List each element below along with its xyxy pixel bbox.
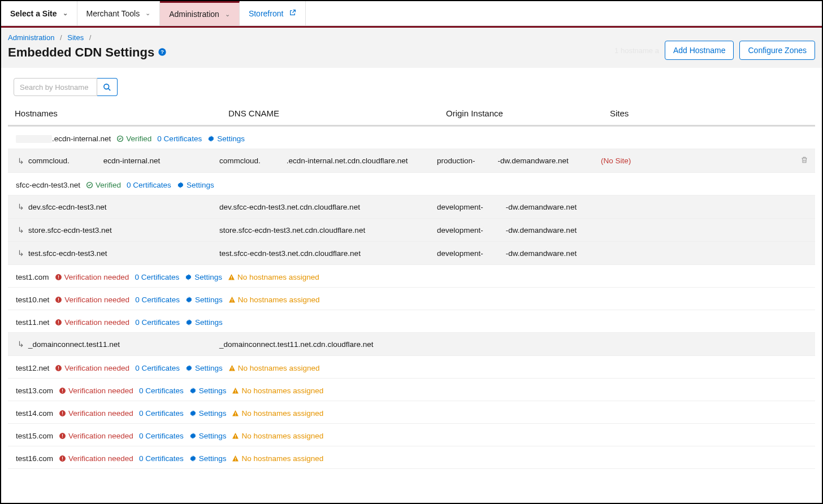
col-cname: DNS CNAME	[228, 108, 446, 118]
svg-rect-36	[62, 412, 63, 414]
settings-link[interactable]: Settings	[189, 454, 227, 463]
indent-arrow-icon: ↳	[16, 340, 26, 349]
zone-domain: test15.com	[16, 432, 53, 440]
add-hostname-button[interactable]: Add Hostname	[665, 41, 734, 60]
svg-rect-51	[235, 458, 236, 459]
site-selector-label: Select a Site	[10, 9, 57, 18]
certificates-link[interactable]: 0 Certificates	[139, 386, 184, 395]
zone-domain: test14.com	[16, 409, 53, 418]
svg-rect-27	[232, 367, 232, 369]
settings-link[interactable]: Settings	[185, 273, 222, 281]
zone-domain: .ecdn-internal.net	[16, 134, 111, 143]
crumb-sites[interactable]: Sites	[67, 33, 84, 42]
hostname-value: _domainconnect.test11.net	[28, 340, 120, 349]
certificates-link[interactable]: 0 Certificates	[127, 181, 171, 189]
breadcrumb: Administration / Sites /	[8, 33, 167, 42]
svg-rect-39	[235, 412, 236, 414]
nav-merchant-tools[interactable]: Merchant Tools ⌄	[77, 1, 161, 25]
hostname-value: dev.sfcc-ecdn-test3.net	[28, 203, 107, 211]
svg-rect-12	[231, 279, 232, 280]
crumb-sep: /	[86, 33, 95, 42]
crumb-administration[interactable]: Administration	[8, 33, 54, 42]
delete-button[interactable]	[800, 157, 808, 166]
certificates-link[interactable]: 0 Certificates	[135, 273, 179, 281]
chevron-down-icon: ⌄	[63, 10, 68, 17]
redacted-text	[475, 158, 498, 166]
indent-arrow-icon: ↳	[16, 202, 26, 211]
help-icon[interactable]: ?	[158, 47, 167, 58]
cname-value: dev.sfcc-ecdn-test3.net.cdn.cloudflare.n…	[219, 203, 360, 211]
zone-header: test11.net Verification needed 0 Certifi…	[8, 310, 815, 333]
settings-link[interactable]: Settings	[185, 318, 223, 327]
svg-rect-48	[62, 457, 63, 459]
warning-no-hostnames: No hostnames assigned	[228, 296, 320, 304]
search-button[interactable]	[97, 78, 118, 96]
redacted-text	[70, 158, 103, 166]
svg-rect-25	[58, 370, 59, 370]
origin-value: development--dw.demandware.net	[437, 203, 577, 211]
certificates-link[interactable]: 0 Certificates	[135, 318, 180, 327]
hostname-value: store.sfcc-ecdn-test3.net	[28, 226, 112, 234]
external-link-icon	[289, 9, 296, 18]
warning-no-hostnames: No hostnames assigned	[232, 409, 323, 418]
zone-domain: test10.net	[16, 296, 49, 304]
cname-value: test.sfcc-ecdn-test3.net.cdn.cloudflare.…	[219, 249, 361, 258]
redacted-text	[483, 203, 506, 211]
zone-domain: test12.net	[16, 364, 49, 372]
svg-rect-28	[232, 370, 232, 371]
configure-zones-button[interactable]: Configure Zones	[739, 41, 815, 60]
page-title-text: Embedded CDN Settings	[8, 45, 154, 60]
redacted-text	[16, 135, 52, 143]
redacted-text	[483, 250, 506, 258]
zone-header: test14.com Verification needed 0 Certifi…	[8, 401, 815, 424]
zone-domain: test13.com	[16, 386, 53, 395]
zone-domain: test16.com	[16, 454, 53, 463]
certificates-link[interactable]: 0 Certificates	[157, 134, 202, 143]
zone-header: test1.com Verification needed 0 Certific…	[8, 265, 815, 288]
nav-administration[interactable]: Administration ⌄	[160, 1, 240, 25]
warning-no-hostnames: No hostnames assigned	[228, 364, 320, 372]
settings-link[interactable]: Settings	[189, 432, 227, 440]
redacted-text	[483, 227, 506, 234]
certificates-link[interactable]: 0 Certificates	[135, 364, 180, 372]
svg-rect-21	[58, 324, 59, 324]
svg-rect-9	[58, 279, 58, 279]
svg-rect-37	[62, 415, 63, 415]
status-verification-needed: Verification needed	[59, 409, 133, 418]
certificates-link[interactable]: 0 Certificates	[139, 454, 184, 463]
certificates-link[interactable]: 0 Certificates	[139, 409, 184, 418]
svg-rect-17	[232, 299, 232, 301]
svg-rect-15	[58, 301, 59, 302]
status-verification-needed: Verification needed	[55, 318, 129, 327]
svg-rect-45	[235, 435, 236, 437]
hostname-row: ↳_domainconnect.test11.net _domainconnec…	[8, 333, 815, 356]
top-nav: Select a Site ⌄ Merchant Tools ⌄ Adminis…	[1, 1, 822, 26]
certificates-link[interactable]: 0 Certificates	[135, 296, 180, 304]
hostname-row: ↳store.sfcc-ecdn-test3.net store.sfcc-ec…	[8, 219, 815, 242]
svg-rect-34	[235, 393, 236, 393]
cname-value: _domainconnect.test11.net.cdn.cloudflare…	[219, 340, 373, 349]
certificates-link[interactable]: 0 Certificates	[139, 432, 184, 440]
zone-header: test16.com Verification needed 0 Certifi…	[8, 446, 815, 469]
nav-storefront[interactable]: Storefront	[240, 1, 306, 25]
status-verification-needed: Verification needed	[59, 386, 133, 395]
search-input[interactable]	[14, 78, 97, 96]
redacted-text	[261, 158, 287, 166]
status-verification-needed: Verification needed	[55, 364, 129, 372]
settings-link[interactable]: Settings	[189, 386, 227, 395]
settings-link[interactable]: Settings	[185, 364, 223, 372]
zone-header: test10.net Verification needed 0 Certifi…	[8, 288, 815, 310]
settings-link[interactable]: Settings	[189, 409, 227, 418]
zone-header: sfcc-ecdn-test3.net Verified 0 Certifica…	[8, 173, 815, 195]
settings-link[interactable]: Settings	[185, 296, 223, 304]
table-header: Hostnames DNS CNAME Origin Instance Site…	[8, 108, 815, 127]
nav-administration-label: Administration	[169, 10, 219, 19]
hostname-row: ↳commcloud.ecdn-internal.net commcloud..…	[8, 149, 815, 173]
settings-link[interactable]: Settings	[207, 134, 245, 143]
page-title: Embedded CDN Settings ?	[8, 45, 167, 60]
settings-link[interactable]: Settings	[177, 181, 214, 189]
svg-rect-11	[231, 276, 232, 278]
site-selector[interactable]: Select a Site ⌄	[1, 1, 77, 25]
status-verification-needed: Verification needed	[59, 454, 133, 463]
svg-rect-52	[235, 460, 236, 461]
